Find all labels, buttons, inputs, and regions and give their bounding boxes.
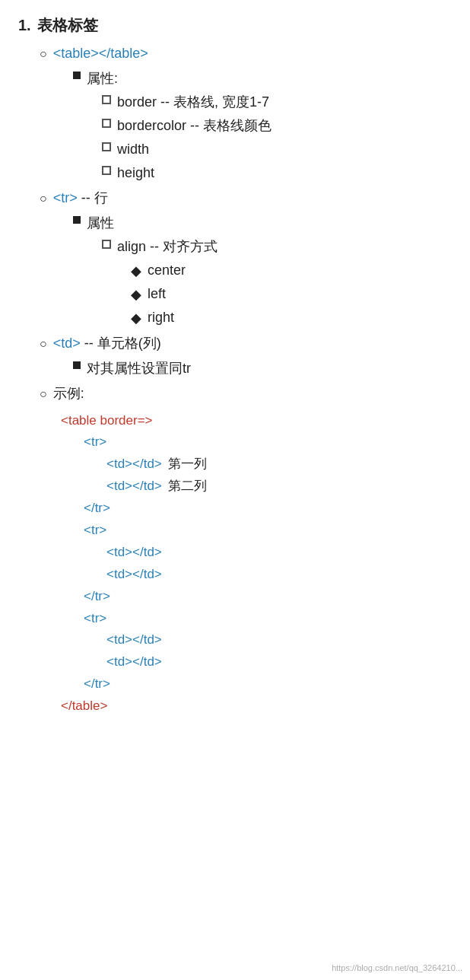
example-label: 示例: <box>53 383 84 404</box>
code-td-5: <td></td> <box>106 629 162 651</box>
list-item-table-tag: ○ <table></table> <box>40 43 452 64</box>
list-item-bordercolor: bordercolor -- 表格线颜色 <box>102 116 452 136</box>
list-item-height: height <box>102 163 452 183</box>
circle-bullet: ○ <box>40 189 47 208</box>
tr-tag-label: <tr> -- 行 <box>53 188 108 208</box>
code-line-6: <tr> <box>84 520 452 542</box>
attributes-label: 属性: <box>87 68 118 89</box>
code-line-13: </tr> <box>84 673 452 695</box>
code-line-9: </tr> <box>84 586 452 608</box>
code-line-14: </table> <box>61 695 452 718</box>
code-line-8: <td></td> <box>106 564 452 586</box>
center-label: center <box>148 260 186 281</box>
code-line-12: <td></td> <box>106 651 452 673</box>
list-item-tr-tag: ○ <tr> -- 行 <box>40 188 452 208</box>
tr-desc: -- 行 <box>78 190 108 205</box>
td-note-label: 对其属性设置同tr <box>87 358 191 379</box>
code-tr-close-2: </tr> <box>84 586 110 608</box>
list-item-border: border -- 表格线, 宽度1-7 <box>102 92 452 113</box>
code-line-7: <td></td> <box>106 542 452 564</box>
main-heading: 1. 表格标签 <box>18 15 452 36</box>
square-empty-bullet <box>102 142 111 151</box>
list-item-attributes: 属性: <box>73 68 452 89</box>
td-tag-text: <td> <box>53 336 81 351</box>
square-filled-bullet <box>73 361 81 369</box>
diamond-bullet: ◆ <box>131 309 141 328</box>
code-line-10: <tr> <box>84 608 452 630</box>
circle-bullet: ○ <box>40 335 47 353</box>
code-tr-3: <tr> <box>84 608 106 630</box>
code-tr-1: <tr> <box>84 431 106 453</box>
right-label: right <box>148 307 174 328</box>
code-tr-2: <tr> <box>84 520 106 542</box>
code-line-4: <td></td> 第二列 <box>106 476 452 498</box>
td-tag-label: <td> -- 单元格(列) <box>53 333 161 354</box>
code-line-2: <tr> <box>84 431 452 453</box>
height-label: height <box>117 163 154 183</box>
border-label: border -- 表格线, 宽度1-7 <box>117 92 269 113</box>
code-table-close: </table> <box>61 695 107 718</box>
width-label: width <box>117 139 149 160</box>
table-tag-label: <table></table> <box>53 43 148 64</box>
code-block: <table border=> <tr> <td></td> 第一列 <td><… <box>61 410 452 718</box>
code-line-3: <td></td> 第一列 <box>106 453 452 476</box>
list-item-align: align -- 对齐方式 <box>102 237 452 257</box>
watermark: https://blog.csdn.net/qq_3264210... <box>332 963 462 972</box>
code-line-11: <td></td> <box>106 629 452 651</box>
square-empty-bullet <box>102 119 111 128</box>
list-item-width: width <box>102 139 452 160</box>
square-filled-bullet <box>73 72 81 79</box>
left-label: left <box>148 284 166 304</box>
code-line-5: </tr> <box>84 498 452 520</box>
code-line-1: <table border=> <box>61 410 452 432</box>
list-item-td-note: 对其属性设置同tr <box>73 358 452 379</box>
code-td-2: <td></td> <box>106 476 162 498</box>
list-item-center: ◆ center <box>131 260 452 281</box>
list-item-example: ○ 示例: <box>40 383 452 404</box>
td-desc: -- 单元格(列) <box>81 336 161 351</box>
square-empty-bullet <box>102 240 111 249</box>
code-table-open: <table border=> <box>61 410 153 432</box>
heading-title: 表格标签 <box>37 15 98 36</box>
list-item-right: ◆ right <box>131 307 452 328</box>
heading-number: 1. <box>18 17 31 34</box>
code-td-1: <td></td> <box>106 453 162 476</box>
diamond-bullet: ◆ <box>131 285 141 304</box>
square-empty-bullet <box>102 166 111 175</box>
list-item-left: ◆ left <box>131 284 452 304</box>
code-tr-close-1: </tr> <box>84 498 110 520</box>
square-empty-bullet <box>102 95 111 104</box>
circle-bullet: ○ <box>40 385 47 403</box>
circle-bullet: ○ <box>40 45 47 63</box>
attributes-label2: 属性 <box>87 213 114 234</box>
align-label: align -- 对齐方式 <box>117 237 218 257</box>
tr-tag-text: <tr> <box>53 190 78 205</box>
diamond-bullet: ◆ <box>131 262 141 281</box>
list-item-td-tag: ○ <td> -- 单元格(列) <box>40 333 452 354</box>
code-td-4: <td></td> <box>106 564 162 586</box>
code-td-6: <td></td> <box>106 651 162 673</box>
code-td-3: <td></td> <box>106 542 162 564</box>
code-td-1-label: 第一列 <box>168 453 207 476</box>
list-item-attributes2: 属性 <box>73 213 452 234</box>
code-tr-close-3: </tr> <box>84 673 110 695</box>
bordercolor-label: bordercolor -- 表格线颜色 <box>117 116 272 136</box>
code-td-2-label: 第二列 <box>168 476 207 498</box>
square-filled-bullet <box>73 216 81 224</box>
